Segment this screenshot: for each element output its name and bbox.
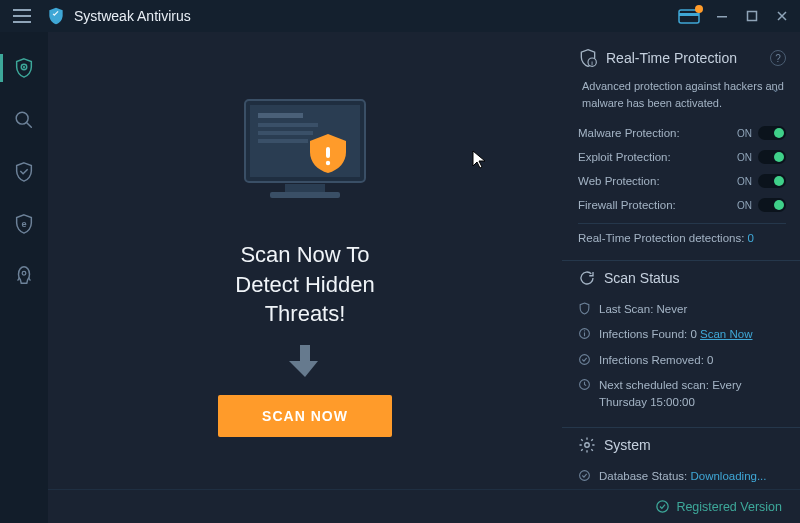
sidebar-item-home[interactable] xyxy=(0,46,48,90)
app-title: Systweak Antivirus xyxy=(74,8,191,24)
check-circle-icon xyxy=(578,469,591,482)
shield-check-icon xyxy=(578,302,591,315)
svg-text:e: e xyxy=(21,219,26,229)
notification-dot-icon xyxy=(695,5,703,13)
sidebar: e xyxy=(0,32,48,523)
sidebar-item-boost[interactable] xyxy=(0,254,48,298)
arrow-down-icon xyxy=(288,341,322,379)
svg-rect-13 xyxy=(258,131,313,135)
toggle-firewall[interactable] xyxy=(758,198,786,212)
svg-rect-14 xyxy=(258,139,308,143)
toggle-row-malware: Malware Protection: ON xyxy=(578,121,786,145)
svg-point-8 xyxy=(22,271,26,275)
toggle-malware[interactable] xyxy=(758,126,786,140)
refresh-icon xyxy=(578,269,596,287)
maximize-button[interactable] xyxy=(738,2,766,30)
svg-rect-15 xyxy=(285,184,325,192)
svg-rect-16 xyxy=(270,192,340,198)
sidebar-item-scan[interactable] xyxy=(0,98,48,142)
toggle-exploit[interactable] xyxy=(758,150,786,164)
svg-rect-5 xyxy=(23,66,25,69)
scan-status-title: Scan Status xyxy=(604,270,680,286)
app-logo-icon xyxy=(46,6,66,26)
menu-button[interactable] xyxy=(8,2,36,30)
sidebar-item-protection[interactable] xyxy=(0,150,48,194)
scan-now-link[interactable]: Scan Now xyxy=(700,328,752,340)
svg-point-24 xyxy=(580,354,590,364)
close-button[interactable] xyxy=(768,2,796,30)
svg-rect-2 xyxy=(717,16,727,18)
svg-rect-11 xyxy=(258,113,303,118)
svg-point-27 xyxy=(580,471,590,481)
headline-text: Scan Now To Detect Hidden Threats! xyxy=(235,240,374,329)
info-icon xyxy=(578,327,591,340)
svg-rect-22 xyxy=(584,333,585,337)
gear-icon xyxy=(578,436,596,454)
check-circle-icon xyxy=(655,499,670,514)
rtp-subtitle: Advanced protection against hackers and … xyxy=(578,78,786,111)
svg-point-26 xyxy=(585,443,590,448)
svg-point-18 xyxy=(326,161,330,165)
chevron-down-icon[interactable]: ⌄ xyxy=(771,80,780,97)
check-circle-icon xyxy=(578,353,591,366)
db-status-value: Downloading... xyxy=(690,470,766,482)
svg-rect-12 xyxy=(258,123,318,127)
rtp-title: Real-Time Protection xyxy=(606,50,737,66)
help-icon[interactable]: ? xyxy=(770,50,786,66)
right-panel: i Real-Time Protection ? Advanced protec… xyxy=(562,32,800,523)
scan-now-button[interactable]: SCAN NOW xyxy=(218,395,392,437)
main-dashboard: Scan Now To Detect Hidden Threats! SCAN … xyxy=(48,32,562,523)
svg-rect-3 xyxy=(748,12,757,21)
system-title: System xyxy=(604,437,651,453)
svg-rect-17 xyxy=(326,147,330,158)
license-card-icon[interactable] xyxy=(678,8,700,24)
toggle-row-web: Web Protection: ON xyxy=(578,169,786,193)
toggle-row-firewall: Firewall Protection: ON xyxy=(578,193,786,217)
minimize-button[interactable] xyxy=(708,2,736,30)
toggle-row-exploit: Exploit Protection: ON xyxy=(578,145,786,169)
rtp-detections: Real-Time Protection detections: 0 xyxy=(578,223,786,248)
titlebar: Systweak Antivirus xyxy=(0,0,800,32)
sidebar-item-quarantine[interactable]: e xyxy=(0,202,48,246)
registered-text: Registered Version xyxy=(676,500,782,514)
shield-alert-icon: i xyxy=(578,48,598,68)
footer: Registered Version xyxy=(48,489,800,523)
clock-icon xyxy=(578,378,591,391)
svg-point-28 xyxy=(657,501,668,512)
svg-rect-1 xyxy=(679,13,699,16)
toggle-web[interactable] xyxy=(758,174,786,188)
monitor-illustration xyxy=(220,92,390,222)
svg-point-23 xyxy=(584,330,585,331)
